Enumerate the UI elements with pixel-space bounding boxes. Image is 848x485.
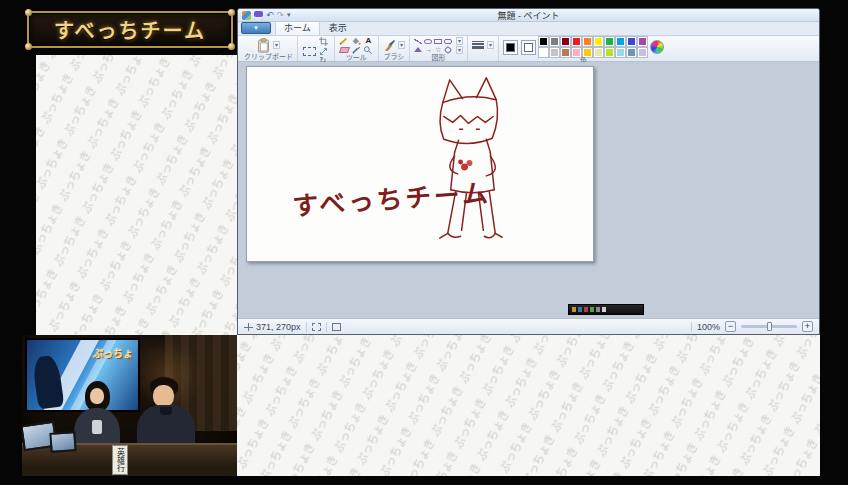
brush-icon[interactable] [383,39,395,51]
save-button[interactable] [254,11,263,20]
zoom-slider[interactable] [741,325,797,328]
palette-color[interactable] [605,37,614,46]
palette-color[interactable] [539,48,548,57]
shape-rectangle-icon[interactable] [434,39,442,44]
palette-color[interactable] [539,37,548,46]
quick-access-dropdown[interactable]: ▾ [287,11,291,19]
tab-view[interactable]: 表示 [321,20,355,35]
redo-button[interactable]: ↷ [277,11,285,20]
person-right-face [153,385,174,407]
shape-star-icon[interactable]: ☆ [435,46,441,53]
shirt-print [92,420,102,434]
paint-app-icon [242,11,251,20]
crop-icon[interactable] [319,37,328,46]
banner-ornament-icon [228,43,235,50]
group-size: ▾ [468,36,499,61]
team-banner-title: すべっちチーム [54,15,206,44]
person-left-face [90,388,104,404]
strip-pixel [572,307,576,312]
shape-ellipse-icon[interactable] [424,39,432,44]
paint-client-area: すべっちチーム [238,62,819,318]
paint-canvas[interactable]: すべっちチーム [246,66,594,262]
status-divider [691,322,692,332]
polo-collar [160,407,172,415]
palette-color[interactable] [561,37,570,46]
fill-bucket-icon[interactable] [351,37,361,45]
eraser-icon[interactable] [339,47,350,53]
palette-color[interactable] [616,37,625,46]
studio-screen: ぷっちょ [25,338,140,412]
group-shapes: → ☆ ▾ ▾ 図形 [410,36,468,61]
paint-titlebar[interactable]: ↶ ↷ ▾ 無題 - ペイント [238,9,819,22]
window-title: 無題 - ペイント [238,9,819,22]
color2-swatch[interactable] [521,40,536,55]
palette-color[interactable] [638,48,647,57]
magnifier-icon[interactable] [363,46,373,54]
strip-pixel [596,307,600,312]
palette-color[interactable] [550,48,559,57]
color1-swatch[interactable] [503,40,518,55]
palette-color[interactable] [638,37,647,46]
shape-line-icon[interactable] [414,39,422,44]
palette-color[interactable] [594,37,603,46]
color2-swatch-inner [524,43,533,52]
palette-color[interactable] [572,48,581,57]
cursor-position-segment: 371, 270px [244,322,301,332]
shape-fill-dropdown[interactable]: ▾ [456,46,463,54]
paint-window: ↶ ↷ ▾ 無題 - ペイント ▾ ホーム 表示 ▾ クリップボード [237,8,820,335]
palette-color[interactable] [583,48,592,57]
undo-button[interactable]: ↶ [266,11,274,20]
palette-color[interactable] [561,48,570,57]
group-clipboard: ▾ クリップボード [240,36,298,61]
pencil-icon[interactable] [339,37,349,45]
palette-color[interactable] [550,37,559,46]
zoom-out-button[interactable]: − [725,321,736,332]
bottom-watermark-panel [237,335,820,476]
edit-colors-button[interactable] [650,40,664,54]
palette-color[interactable] [594,48,603,57]
palette-color[interactable] [572,37,581,46]
palette-color[interactable] [627,48,636,57]
zoom-slider-thumb[interactable] [767,322,772,331]
shape-outline-dropdown[interactable]: ▾ [456,37,463,45]
person-left-body [74,408,120,448]
line-width-icon[interactable] [472,41,484,49]
color-picker-icon[interactable] [351,46,361,54]
text-tool-icon[interactable]: A [365,37,371,45]
shape-polygon-icon[interactable] [444,45,452,53]
brushes-dropdown[interactable]: ▾ [398,41,405,49]
group-label: ブラシ [383,53,404,61]
group-image: ↻ イメージ [298,36,335,61]
group-label: 図形 [431,54,445,62]
group-brushes: ▾ ブラシ [379,36,410,61]
cursor-position-text: 371, 270px [256,322,301,332]
desk-monitor [49,431,76,453]
palette-color[interactable] [605,48,614,57]
paste-icon[interactable] [257,38,270,53]
desk-sign: 英雄行 [112,445,128,475]
watermark-pattern [36,55,237,335]
palette-color[interactable] [627,37,636,46]
shape-rounded-rect-icon[interactable] [444,39,452,44]
team-banner: すべっちチーム [27,11,233,48]
line-width-dropdown[interactable]: ▾ [487,41,494,49]
banner-ornament-icon [25,9,32,16]
zoom-in-button[interactable]: + [802,321,813,332]
palette-color[interactable] [583,37,592,46]
left-watermark-panel [36,55,237,335]
canvas-handwritten-text: すべっちチーム [292,178,492,222]
status-divider [306,322,307,332]
resize-icon[interactable] [319,47,328,56]
shape-arrow-icon[interactable]: → [425,46,432,53]
image-size-icon [332,323,341,331]
paint-menu-button[interactable]: ▾ [241,22,271,34]
paste-dropdown[interactable]: ▾ [273,41,280,49]
screen-character-silhouette [32,354,65,409]
studio-camera-view: ぷっちょ 英雄行 [22,335,237,476]
shape-triangle-icon[interactable] [414,47,422,52]
select-icon[interactable] [303,47,316,56]
selection-size-segment [312,323,321,331]
group-label: クリップボード [244,53,293,61]
palette-color[interactable] [616,48,625,57]
group-label: ツール [346,54,367,62]
